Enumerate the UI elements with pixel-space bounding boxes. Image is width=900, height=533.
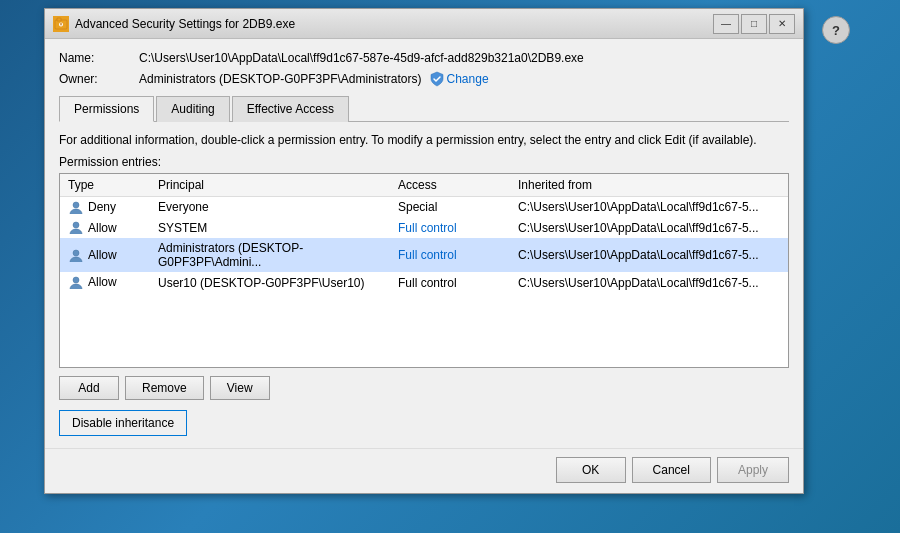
cell-type: Allow — [60, 238, 150, 272]
svg-point-5 — [73, 202, 79, 208]
table-header-row: Type Principal Access Inherited from — [60, 174, 788, 197]
name-row: Name: C:\Users\User10\AppData\Local\ff9d… — [59, 51, 789, 65]
tab-auditing[interactable]: Auditing — [156, 96, 229, 122]
cell-principal: SYSTEM — [150, 218, 390, 239]
cell-type: Deny — [60, 196, 150, 217]
user-icon — [68, 201, 84, 215]
cell-access: Special — [390, 196, 510, 217]
user-icon — [68, 276, 84, 290]
cell-inherited: C:\Users\User10\AppData\Local\ff9d1c67-5… — [510, 218, 788, 239]
tab-effective-access[interactable]: Effective Access — [232, 96, 349, 122]
window-icon — [53, 16, 69, 32]
add-button[interactable]: Add — [59, 376, 119, 400]
minimize-button[interactable]: — — [713, 14, 739, 34]
name-label: Name: — [59, 51, 139, 65]
tab-effective-access-label: Effective Access — [247, 102, 334, 116]
tab-permissions[interactable]: Permissions — [59, 96, 154, 122]
cell-type: Allow — [60, 218, 150, 239]
svg-rect-1 — [57, 18, 61, 21]
table-row[interactable]: Allow SYSTEM Full control C:\Users\User1… — [60, 218, 788, 239]
help-button[interactable]: ? — [822, 16, 850, 44]
remove-button[interactable]: Remove — [125, 376, 204, 400]
help-button-container: ? — [822, 16, 850, 44]
disable-inheritance-button[interactable]: Disable inheritance — [59, 410, 187, 436]
cell-principal: Administrators (DESKTOP-G0PF3PF\Admini..… — [150, 238, 390, 272]
col-access: Access — [390, 174, 510, 197]
view-button[interactable]: View — [210, 376, 270, 400]
action-buttons: Add Remove View — [59, 376, 789, 400]
cell-access: Full control — [390, 238, 510, 272]
col-principal: Principal — [150, 174, 390, 197]
apply-button[interactable]: Apply — [717, 457, 789, 483]
cell-type: Allow — [60, 272, 150, 293]
cell-principal: Everyone — [150, 196, 390, 217]
table-row[interactable]: Allow Administrators (DESKTOP-G0PF3PF\Ad… — [60, 238, 788, 272]
shield-icon — [430, 71, 444, 87]
tab-permissions-label: Permissions — [74, 102, 139, 116]
cell-inherited: C:\Users\User10\AppData\Local\ff9d1c67-5… — [510, 272, 788, 293]
cell-access: Full control — [390, 272, 510, 293]
ok-button[interactable]: OK — [556, 457, 626, 483]
cancel-button[interactable]: Cancel — [632, 457, 711, 483]
svg-rect-4 — [60, 23, 62, 24]
table-row[interactable]: Deny Everyone Special C:\Users\User10\Ap… — [60, 196, 788, 217]
cell-principal: User10 (DESKTOP-G0PF3PF\User10) — [150, 272, 390, 293]
title-controls: — □ ✕ — [713, 14, 795, 34]
owner-row: Owner: Administrators (DESKTOP-G0PF3PF\A… — [59, 71, 789, 87]
svg-point-6 — [73, 222, 79, 228]
permission-table-container[interactable]: Type Principal Access Inherited from Den… — [59, 173, 789, 368]
dialog-window: Advanced Security Settings for 2DB9.exe … — [44, 8, 804, 494]
tabs-container: Permissions Auditing Effective Access — [59, 95, 789, 122]
user-icon — [68, 249, 84, 263]
title-bar-left: Advanced Security Settings for 2DB9.exe — [53, 16, 295, 32]
title-bar: Advanced Security Settings for 2DB9.exe … — [45, 9, 803, 39]
maximize-button[interactable]: □ — [741, 14, 767, 34]
change-label: Change — [447, 72, 489, 86]
name-value: C:\Users\User10\AppData\Local\ff9d1c67-5… — [139, 51, 584, 65]
permission-table: Type Principal Access Inherited from Den… — [60, 174, 788, 293]
owner-label: Owner: — [59, 72, 139, 86]
svg-point-8 — [73, 277, 79, 283]
col-type: Type — [60, 174, 150, 197]
cell-access: Full control — [390, 218, 510, 239]
col-inherited: Inherited from — [510, 174, 788, 197]
change-link[interactable]: Change — [430, 71, 489, 87]
window-title: Advanced Security Settings for 2DB9.exe — [75, 17, 295, 31]
close-button[interactable]: ✕ — [769, 14, 795, 34]
owner-value: Administrators (DESKTOP-G0PF3PF\Administ… — [139, 72, 422, 86]
section-label: Permission entries: — [59, 155, 789, 169]
info-text: For additional information, double-click… — [59, 132, 789, 149]
cell-inherited: C:\Users\User10\AppData\Local\ff9d1c67-5… — [510, 238, 788, 272]
svg-point-7 — [73, 250, 79, 256]
cell-inherited: C:\Users\User10\AppData\Local\ff9d1c67-5… — [510, 196, 788, 217]
dialog-content: Name: C:\Users\User10\AppData\Local\ff9d… — [45, 39, 803, 448]
table-row[interactable]: Allow User10 (DESKTOP-G0PF3PF\User10) Fu… — [60, 272, 788, 293]
user-icon — [68, 221, 84, 235]
dialog-footer: OK Cancel Apply — [45, 448, 803, 493]
tab-auditing-label: Auditing — [171, 102, 214, 116]
